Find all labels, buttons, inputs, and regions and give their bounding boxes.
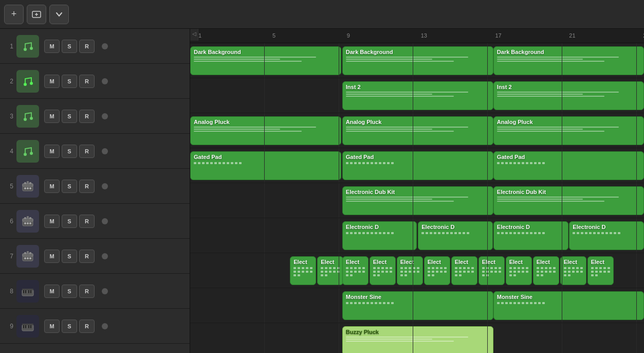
- track-record-dot-5[interactable]: [102, 183, 108, 189]
- clip-3-1[interactable]: Analog Pluck: [190, 116, 341, 145]
- svg-rect-15: [27, 181, 29, 183]
- ctrl-btn-s-8[interactable]: S: [62, 285, 77, 298]
- ctrl-btn-r-9[interactable]: R: [79, 320, 95, 333]
- ctrl-btn-m-2[interactable]: M: [44, 75, 60, 88]
- clip-pattern-dots: [373, 267, 392, 276]
- clip-pattern-dot: [194, 162, 196, 164]
- ctrl-btn-r-2[interactable]: R: [79, 75, 95, 88]
- ctrl-btn-m-6[interactable]: M: [44, 215, 60, 228]
- ctrl-btn-m-8[interactable]: M: [44, 285, 60, 298]
- track-record-dot-4[interactable]: [102, 148, 108, 154]
- ctrl-btn-s-2[interactable]: S: [62, 75, 77, 88]
- clip-3-3[interactable]: Analog Pluck: [493, 116, 644, 145]
- track-icon-6[interactable]: [16, 210, 39, 233]
- ctrl-btn-m-1[interactable]: M: [44, 40, 60, 53]
- track-icon-1[interactable]: [16, 35, 39, 58]
- clip-7-7[interactable]: Elect: [451, 256, 477, 285]
- track-record-dot-1[interactable]: [102, 43, 108, 49]
- clip-8-1[interactable]: Monster Sine: [342, 291, 493, 320]
- track-icon-9[interactable]: [16, 315, 39, 338]
- ctrl-btn-m-9[interactable]: M: [44, 320, 60, 333]
- clip-9-1[interactable]: Buzzy Pluck: [342, 326, 493, 353]
- clip-5-2[interactable]: Electronic Dub Kit: [493, 186, 644, 215]
- clip-3-2[interactable]: Analog Pluck: [342, 116, 493, 145]
- clip-2-2[interactable]: Inst 2: [493, 81, 644, 110]
- track-header-6: 6 MSR: [0, 204, 190, 239]
- ctrl-btn-r-4[interactable]: R: [79, 145, 95, 158]
- clip-6-1[interactable]: Electronic D: [342, 221, 417, 250]
- clip-6-2[interactable]: Electronic D: [418, 221, 493, 250]
- clip-7-5[interactable]: Elect: [397, 256, 423, 285]
- ctrl-btn-s-3[interactable]: S: [62, 110, 77, 123]
- ctrl-btn-r-1[interactable]: R: [79, 40, 95, 53]
- clip-6-3[interactable]: Electronic D: [493, 221, 568, 250]
- track-icon-4[interactable]: [16, 140, 39, 163]
- clip-2-1[interactable]: Inst 2: [342, 81, 493, 110]
- add-track-button[interactable]: +: [4, 5, 24, 24]
- clip-4-3[interactable]: Gated Pad: [493, 151, 644, 180]
- ctrl-btn-r-8[interactable]: R: [79, 285, 95, 298]
- clip-4-1[interactable]: Gated Pad: [190, 151, 341, 180]
- clip-1-1[interactable]: Dark Background: [190, 46, 341, 75]
- track-controls-3: MSR: [44, 110, 95, 123]
- clip-7-1[interactable]: Elect: [290, 256, 316, 285]
- clip-pattern-dot: [302, 271, 304, 273]
- clip-1-3[interactable]: Dark Background: [493, 46, 644, 75]
- track-record-dot-7[interactable]: [102, 253, 108, 259]
- track-icon-7[interactable]: [16, 245, 39, 268]
- clip-pattern-dot: [526, 232, 528, 234]
- ctrl-btn-s-5[interactable]: S: [62, 180, 77, 193]
- ctrl-btn-s-6[interactable]: S: [62, 215, 77, 228]
- clip-7-3[interactable]: Elect: [342, 256, 369, 285]
- track-record-dot-3[interactable]: [102, 113, 108, 119]
- ctrl-btn-s-4[interactable]: S: [62, 145, 77, 158]
- track-icon-2[interactable]: [16, 70, 39, 93]
- ctrl-btn-r-6[interactable]: R: [79, 215, 95, 228]
- clip-1-2[interactable]: Dark Background: [342, 46, 493, 75]
- clip-7-2[interactable]: Elect: [317, 256, 343, 285]
- ctrl-btn-r-7[interactable]: R: [79, 250, 95, 263]
- ctrl-btn-m-4[interactable]: M: [44, 145, 60, 158]
- clip-pattern-dot: [413, 267, 415, 269]
- clip-7-9[interactable]: Elect: [506, 256, 532, 285]
- ctrl-btn-m-3[interactable]: M: [44, 110, 60, 123]
- track-record-dot-6[interactable]: [102, 218, 108, 224]
- clip-pattern-dot: [350, 232, 353, 234]
- dropdown-button[interactable]: [49, 5, 69, 24]
- track-icon-8[interactable]: [16, 280, 39, 303]
- track-record-dot-8[interactable]: [102, 288, 108, 294]
- clip-pattern-dot: [534, 232, 537, 234]
- ctrl-btn-s-1[interactable]: S: [62, 40, 77, 53]
- add-region-button[interactable]: [27, 5, 46, 24]
- clip-pattern-dot: [497, 232, 500, 234]
- clip-7-12[interactable]: Elect: [587, 256, 614, 285]
- ctrl-btn-s-9[interactable]: S: [62, 320, 77, 333]
- ctrl-btn-r-3[interactable]: R: [79, 110, 95, 123]
- clip-pattern-dot: [534, 302, 537, 304]
- clip-4-2[interactable]: Gated Pad: [342, 151, 493, 180]
- clip-title: Elect: [455, 259, 474, 265]
- clip-7-6[interactable]: Elect: [424, 256, 450, 285]
- clip-pattern-dots: [321, 267, 340, 276]
- track-record-dot-9[interactable]: [102, 323, 108, 329]
- ruler-arrow[interactable]: ◁: [190, 29, 198, 41]
- ctrl-btn-m-7[interactable]: M: [44, 250, 60, 263]
- clip-pattern-dot: [206, 162, 209, 164]
- clip-8-2[interactable]: Monster Sine: [493, 291, 644, 320]
- track-icon-5[interactable]: [16, 175, 39, 198]
- ctrl-btn-m-5[interactable]: M: [44, 180, 60, 193]
- track-header-1: 1MSR: [0, 29, 190, 64]
- clip-pattern-dot: [434, 232, 436, 234]
- clip-pattern-dot: [346, 274, 348, 276]
- track-icon-3[interactable]: [16, 105, 39, 128]
- ctrl-btn-s-7[interactable]: S: [62, 250, 77, 263]
- track-record-dot-2[interactable]: [102, 78, 108, 84]
- ctrl-btn-r-5[interactable]: R: [79, 180, 95, 193]
- clip-7-4[interactable]: Elect: [370, 256, 396, 285]
- clip-6-4[interactable]: Electronic D: [569, 221, 644, 250]
- tracks-container[interactable]: Dark BackgroundDark BackgroundDark Backg…: [190, 43, 644, 353]
- clip-7-11[interactable]: Elect: [560, 256, 586, 285]
- clip-5-1[interactable]: Electronic Dub Kit: [342, 186, 493, 215]
- clip-7-8[interactable]: Elect: [479, 256, 505, 285]
- clip-7-10[interactable]: Elect: [533, 256, 559, 285]
